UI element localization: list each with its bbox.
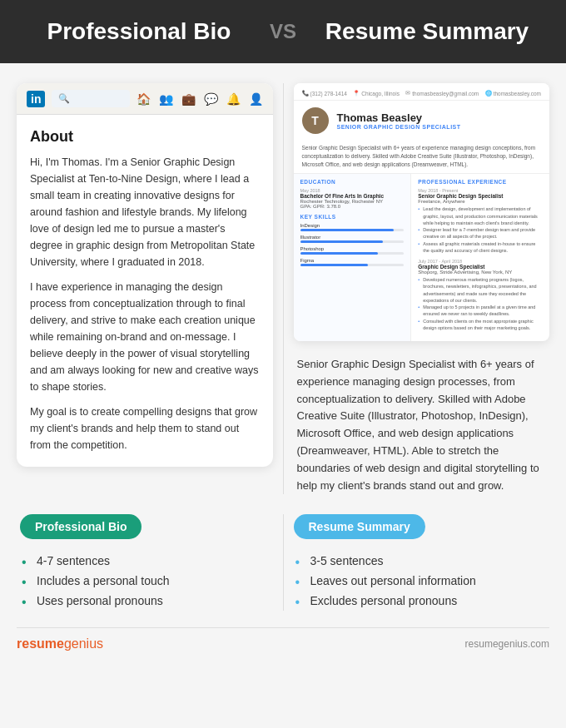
experience-section-title: PROFESSIONAL EXPERIENCE xyxy=(418,179,543,185)
skill-bar-bg xyxy=(300,252,405,255)
skill-bar-bg xyxy=(300,229,405,231)
bell-icon: 🔔 xyxy=(226,92,241,106)
footer-url: resumegenius.com xyxy=(465,638,549,650)
resume-summary-bullet-list: 3-5 sentencesLeaves out personal informa… xyxy=(294,551,547,611)
skills-section-title: KEY SKILLS xyxy=(300,214,405,220)
skill-item: Illustrator xyxy=(300,235,405,243)
contact-phone: 📞 (312) 278-1414 xyxy=(302,90,347,97)
contact-location: 📍 Chicago, Illinois xyxy=(353,90,400,97)
skill-bar-fill xyxy=(300,229,394,231)
contact-email: ✉ thomasbeasley@gmail.com xyxy=(405,90,479,97)
linkedin-search[interactable]: 🔍 xyxy=(52,90,129,107)
experience-container: May 2018 - Present Senior Graphic Design… xyxy=(418,188,543,331)
main-content: in 🔍 🏠 👥 💼 💬 🔔 👤 About Hi, I'm Thom xyxy=(0,63,566,508)
linkedin-body: About Hi, I'm Thomas. I'm a Senior Graph… xyxy=(17,115,273,467)
exp-bullet: Assess all graphic materials created in-… xyxy=(418,240,543,255)
list-item: Includes a personal touch xyxy=(20,571,273,591)
skill-item: InDesign xyxy=(300,223,405,231)
resume-name: Thomas Beasley xyxy=(337,111,461,124)
experience-item: July 2017 - April 2018 Graphic Design Sp… xyxy=(418,259,543,331)
exp-role: Senior Graphic Design Specialist xyxy=(418,193,543,199)
skills-container: InDesign Illustrator Photoshop Figma xyxy=(300,223,405,266)
resume-contact-strip: 📞 (312) 278-1414 📍 Chicago, Illinois ✉ t… xyxy=(294,83,550,101)
left-column: in 🔍 🏠 👥 💼 💬 🔔 👤 About Hi, I'm Thom xyxy=(17,83,273,494)
resume-job-title: SENIOR GRAPHIC DESIGN SPECIALIST xyxy=(337,124,461,130)
list-item: 4-7 sentences xyxy=(20,551,273,571)
bottom-right-col: Resume Summary 3-5 sentencesLeaves out p… xyxy=(290,514,550,611)
bottom-left-col: Professional Bio 4-7 sentencesIncludes a… xyxy=(17,514,276,611)
header-vs: VS xyxy=(270,20,296,43)
about-para-3: My goal is to create compelling designs … xyxy=(30,404,260,453)
resume-summary-mini: Senior Graphic Design Specialist with 6+… xyxy=(294,141,550,174)
linkedin-logo: in xyxy=(27,91,45,107)
footer-logo: resumegenius xyxy=(17,636,103,651)
summary-text: Senior Graphic Design Specialist with 6+… xyxy=(294,356,550,494)
search-icon: 🔍 xyxy=(58,93,70,104)
skill-name: Figma xyxy=(300,258,405,263)
exp-company: Shoporg, Stride Advertising, New York, N… xyxy=(418,270,543,275)
list-item: Leaves out personal information xyxy=(294,571,547,591)
exp-company: Freelance, Anywhere xyxy=(418,199,543,204)
list-item: Excludes personal pronouns xyxy=(294,591,547,611)
skill-bar-fill xyxy=(300,264,368,266)
skill-name: Photoshop xyxy=(300,246,405,251)
web-icon: 🌐 xyxy=(485,90,492,97)
right-column: 📞 (312) 278-1414 📍 Chicago, Illinois ✉ t… xyxy=(294,83,550,494)
logo-genius: genius xyxy=(64,636,103,651)
pro-bio-bullet-list: 4-7 sentencesIncludes a personal touchUs… xyxy=(20,551,273,611)
resume-card: 📞 (312) 278-1414 📍 Chicago, Illinois ✉ t… xyxy=(294,83,550,341)
education-item-0: May 2018 Bachelor Of Fine Arts In Graphi… xyxy=(300,188,405,209)
briefcase-icon: 💼 xyxy=(181,92,196,106)
header-right-title: Resume Summary xyxy=(321,18,533,45)
skill-name: Illustrator xyxy=(300,235,405,240)
resume-profile: T Thomas Beasley SENIOR GRAPHIC DESIGN S… xyxy=(294,101,550,141)
edu-gpa: GPA: GPR: 3.78.0 xyxy=(300,204,405,209)
resume-name-block: Thomas Beasley SENIOR GRAPHIC DESIGN SPE… xyxy=(337,111,461,130)
bottom-section: Professional Bio 4-7 sentencesIncludes a… xyxy=(0,508,566,627)
exp-bullet: Developed numerous marketing programs (l… xyxy=(418,276,543,304)
skill-bar-fill xyxy=(300,252,379,255)
resume-col-education-skills: EDUCATION May 2018 Bachelor Of Fine Arts… xyxy=(294,174,412,341)
skill-item: Figma xyxy=(300,258,405,266)
logo-resume: resume xyxy=(17,636,64,651)
linkedin-top-bar: in 🔍 🏠 👥 💼 💬 🔔 👤 xyxy=(17,83,273,115)
professional-bio-badge: Professional Bio xyxy=(20,514,142,539)
list-item: 3-5 sentences xyxy=(294,551,547,571)
email-icon: ✉ xyxy=(405,90,410,97)
about-text: Hi, I'm Thomas. I'm a Senior Graphic Des… xyxy=(30,154,260,453)
exp-role: Graphic Design Specialist xyxy=(418,264,543,270)
exp-bullet: Consulted with clients on the most appro… xyxy=(418,318,543,332)
about-para-2: I have experience in managing the design… xyxy=(30,279,260,395)
education-section-title: EDUCATION xyxy=(300,179,405,185)
exp-bullet: Lead the design, development and impleme… xyxy=(418,206,543,226)
header: Professional Bio VS Resume Summary xyxy=(0,0,566,63)
linkedin-nav-icons: 🏠 👥 💼 💬 🔔 👤 xyxy=(137,92,263,106)
avatar: T xyxy=(302,107,329,134)
linkedin-card: in 🔍 🏠 👥 💼 💬 🔔 👤 About Hi, I'm Thom xyxy=(17,83,273,467)
contact-website: 🌐 thomasbeasley.com xyxy=(485,90,541,97)
exp-bullet: Managed up to 5 projects in parallel at … xyxy=(418,304,543,318)
people-icon: 👥 xyxy=(159,92,173,106)
phone-icon: 📞 xyxy=(302,90,309,97)
edu-degree: Bachelor Of Fine Arts In Graphic xyxy=(300,193,405,199)
header-left-title: Professional Bio xyxy=(33,18,245,45)
skill-bar-bg xyxy=(300,240,405,243)
skill-name: InDesign xyxy=(300,223,405,228)
skill-bar-fill xyxy=(300,240,384,243)
list-item: Uses personal pronouns xyxy=(20,591,273,611)
resume-columns: EDUCATION May 2018 Bachelor Of Fine Arts… xyxy=(294,174,550,341)
bottom-divider xyxy=(283,514,284,611)
resume-summary-badge: Resume Summary xyxy=(294,514,425,539)
skill-item: Photoshop xyxy=(300,246,405,255)
about-title: About xyxy=(30,128,260,146)
exp-bullet: Designer lead for a 7-member design team… xyxy=(418,226,543,240)
vertical-divider xyxy=(283,83,284,494)
chat-icon: 💬 xyxy=(204,92,218,106)
home-icon: 🏠 xyxy=(137,92,151,106)
skill-bar-bg xyxy=(300,264,405,266)
user-icon: 👤 xyxy=(249,92,263,106)
resume-col-experience: PROFESSIONAL EXPERIENCE May 2018 - Prese… xyxy=(411,174,549,341)
experience-item: May 2018 - Present Senior Graphic Design… xyxy=(418,188,543,254)
footer: resumegenius resumegenius.com xyxy=(0,628,566,663)
about-para-1: Hi, I'm Thomas. I'm a Senior Graphic Des… xyxy=(30,154,260,270)
